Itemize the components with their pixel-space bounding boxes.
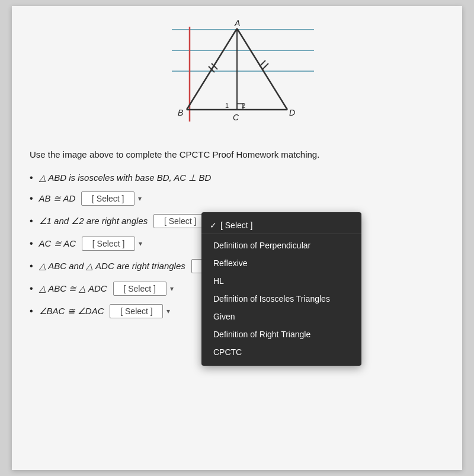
proof-item-2: • AB ≅ AD [ Select ] ▾ xyxy=(30,191,444,206)
dropdown-header[interactable]: ✓ [ Select ] xyxy=(201,217,361,234)
svg-text:1: 1 xyxy=(225,102,229,109)
bullet-3: • xyxy=(30,216,33,226)
item3-text: ∠1 and ∠2 are right angles xyxy=(39,216,148,226)
bullet-7: • xyxy=(30,306,33,317)
svg-text:2: 2 xyxy=(242,102,245,109)
bullet-6: • xyxy=(30,283,33,294)
dropdown-option-3[interactable]: HL xyxy=(201,272,361,290)
chevron-7[interactable]: ▾ xyxy=(166,307,170,315)
select-btn-7[interactable]: [ Select ] xyxy=(110,304,163,318)
item1-text: △ ABD is isosceles with base BD, AC ⊥ BD xyxy=(39,172,212,183)
proof-item-1: • △ ABD is isosceles with base BD, AC ⊥ … xyxy=(30,172,444,183)
svg-line-10 xyxy=(260,60,265,66)
svg-text:D: D xyxy=(289,108,295,117)
dropdown-option-1[interactable]: Definition of Perpendicular xyxy=(201,237,361,254)
select-btn-2[interactable]: [ Select ] xyxy=(81,191,134,206)
svg-text:C: C xyxy=(233,113,239,122)
dropdown-option-4[interactable]: Definition of Isosceles Triangles xyxy=(201,290,361,308)
dropdown-header-label: [ Select ] xyxy=(220,221,252,230)
dropdown-option-5[interactable]: Given xyxy=(201,308,361,325)
item7-text: ∠BAC ≅ ∠DAC xyxy=(39,306,104,317)
bullet-5: • xyxy=(30,261,33,271)
item5-text: △ ABC and △ ADC are right triangles xyxy=(39,261,185,271)
chevron-6[interactable]: ▾ xyxy=(170,285,174,293)
bullet-2: • xyxy=(30,193,33,204)
item6-text: △ ABC ≅ △ ADC xyxy=(39,283,107,294)
chevron-4[interactable]: ▾ xyxy=(139,239,142,248)
dropdown-option-6[interactable]: Definition of Right Triangle xyxy=(201,325,361,343)
geometry-diagram: A B D C 1 2 xyxy=(154,18,320,136)
bullet-4: • xyxy=(30,238,33,249)
main-page: A B D C 1 2 Use the image above to compl… xyxy=(12,6,462,470)
checkmark-icon: ✓ xyxy=(210,221,217,230)
item2-text: AB ≅ AD xyxy=(39,193,76,204)
item4-text: AC ≅ AC xyxy=(39,238,76,249)
bullet-1: • xyxy=(30,172,33,183)
select-btn-3[interactable]: [ Select ] xyxy=(153,214,207,228)
dropdown-option-7[interactable]: CPCTC xyxy=(201,343,361,361)
dropdown-option-2[interactable]: Reflexive xyxy=(201,254,361,272)
svg-text:B: B xyxy=(178,108,183,117)
svg-text:A: A xyxy=(234,18,240,28)
chevron-2[interactable]: ▾ xyxy=(138,194,142,203)
svg-line-11 xyxy=(262,63,268,69)
select-btn-4[interactable]: [ Select ] xyxy=(82,237,135,251)
instruction-text: Use the image above to complete the CPCT… xyxy=(30,148,444,161)
select-btn-6[interactable]: [ Select ] xyxy=(113,282,166,296)
dropdown-menu: ✓ [ Select ] Definition of Perpendicular… xyxy=(201,212,361,366)
